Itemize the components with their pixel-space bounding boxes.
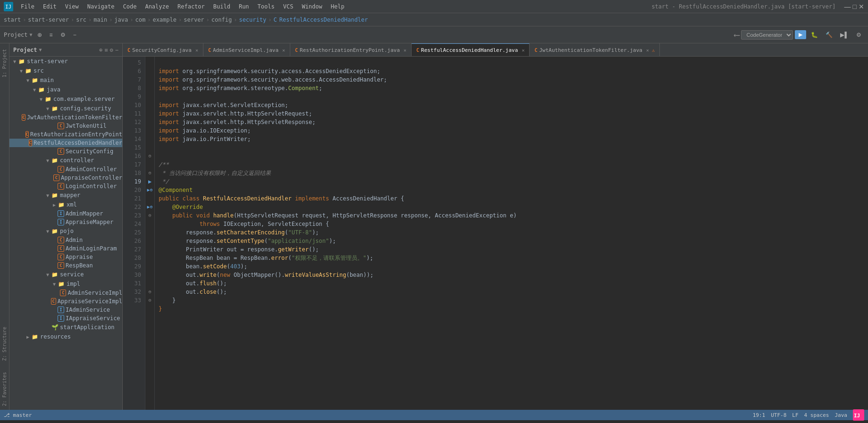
- tab-security-config[interactable]: C SecurityConfig.java ✕: [123, 43, 203, 57]
- tree-item-appraise-mapper[interactable]: ▶ I AppraiseMapper: [9, 218, 122, 226]
- hide-icon[interactable]: −: [115, 47, 118, 53]
- build-button[interactable]: 🔨: [823, 30, 835, 40]
- folder-icon: 📁: [51, 157, 59, 164]
- crumb-config[interactable]: config: [211, 17, 232, 23]
- tree-item-java[interactable]: ▼ 📁 java: [9, 85, 122, 94]
- debug-button[interactable]: 🐛: [808, 30, 821, 40]
- menu-help[interactable]: Help: [327, 2, 348, 11]
- tree-item-admin-login[interactable]: ▶ C AdminLoginParam: [9, 244, 122, 253]
- project-dropdown[interactable]: Project ▼: [4, 32, 33, 38]
- encoding[interactable]: UTF-8: [771, 412, 786, 418]
- menu-tools[interactable]: Tools: [254, 2, 278, 11]
- settings-icon[interactable]: ⚙: [110, 47, 113, 53]
- tree-item-login-ctrl[interactable]: ▶ C LoginController: [9, 182, 122, 191]
- tree-item-mapper[interactable]: ▼ 📁 mapper: [9, 191, 122, 200]
- tree-item-impl[interactable]: ▼ 📁 impl: [9, 279, 122, 289]
- menu-view[interactable]: View: [61, 2, 83, 11]
- file-type[interactable]: Java: [835, 412, 848, 418]
- class-icon: C: [58, 183, 64, 190]
- line-num: 9: [126, 92, 141, 101]
- tree-item-i-appraise-service[interactable]: ▶ I IAppraiseService: [9, 314, 122, 323]
- tab-close-btn[interactable]: ✕: [646, 48, 649, 53]
- tab-close-btn[interactable]: ✕: [282, 48, 285, 53]
- menu-navigate[interactable]: Navigate: [84, 2, 118, 11]
- tree-item-i-admin-service[interactable]: ▶ I IAdminService: [9, 306, 122, 314]
- collapse-btn[interactable]: ≡: [47, 30, 56, 40]
- tree-item-service[interactable]: ▼ 📁 service: [9, 270, 122, 279]
- search-everywhere-btn[interactable]: ⚙: [853, 30, 864, 40]
- tree-item-appraise[interactable]: ▶ C Appraise: [9, 253, 122, 261]
- tree-item-admin-ctrl[interactable]: ▶ C AdminController: [9, 165, 122, 174]
- tree-item-start-server[interactable]: ▼ 📁 start-server: [9, 57, 122, 66]
- crumb-java[interactable]: java: [114, 17, 128, 23]
- tree-item-appraise-ctrl[interactable]: ▶ C AppraiseController: [9, 174, 122, 182]
- code-editor[interactable]: 5 6 7 8 9 10 11 12 13 14 15 16 17 18 19 …: [123, 57, 868, 410]
- collapse-all-icon[interactable]: ≡: [104, 47, 108, 53]
- maximize-button[interactable]: □: [853, 3, 857, 10]
- tab-close-btn[interactable]: ✕: [195, 48, 198, 53]
- tree-item-controller[interactable]: ▼ 📁 controller: [9, 156, 122, 165]
- scope-btn[interactable]: ⊕: [34, 30, 45, 40]
- nav-back-icon[interactable]: ⟵: [734, 30, 740, 40]
- menu-window[interactable]: Window: [298, 2, 326, 11]
- more-actions-btn[interactable]: ▶▌: [837, 30, 851, 40]
- line-separator[interactable]: LF: [792, 412, 798, 418]
- tree-item-jwt-filter[interactable]: ▶ C JwtAuthenticationTokenFilter: [9, 113, 122, 122]
- tab-close-btn[interactable]: ✕: [522, 48, 524, 53]
- close-button[interactable]: ✕: [859, 3, 864, 10]
- tree-item-restful-handler[interactable]: ▶ C RestfulAccessDeniedHandler: [9, 139, 122, 147]
- run-button[interactable]: ▶: [795, 30, 806, 39]
- tree-item-jwt-util[interactable]: ▶ C JwtTokenUtil: [9, 122, 122, 130]
- menu-code[interactable]: Code: [119, 2, 141, 11]
- tab-jwt-filter[interactable]: C JwtAuthenticationTokenFilter.java ✕ ⚠: [530, 43, 660, 57]
- crumb-security[interactable]: security: [239, 17, 266, 23]
- menu-analyze[interactable]: Analyze: [141, 2, 173, 11]
- tree-item-admin-service-impl[interactable]: ▶ C AdminServiceImpl: [9, 289, 122, 297]
- crumb-class[interactable]: RestfulAccessDeniedHandler: [279, 17, 368, 23]
- tab-close-btn[interactable]: ✕: [404, 48, 406, 53]
- crumb-com[interactable]: com: [135, 17, 146, 23]
- scope-icon[interactable]: ⊕: [99, 47, 102, 53]
- tree-item-src[interactable]: ▼ 📁 src: [9, 66, 122, 75]
- codegen-select[interactable]: CodeGenerator: [741, 30, 793, 40]
- tree-item-appraise-service-impl[interactable]: ▶ C AppraiseServiceImpl: [9, 297, 122, 306]
- tree-item-resources[interactable]: ▶ 📁 resources: [9, 332, 122, 341]
- crumb-server[interactable]: server: [184, 17, 204, 23]
- crumb-start[interactable]: start: [4, 17, 21, 23]
- tree-item-config-security[interactable]: ▼ 📁 config.security: [9, 104, 122, 113]
- menu-refactor[interactable]: Refactor: [174, 2, 209, 11]
- tree-item-security-config[interactable]: ▶ C SecurityConfig: [9, 147, 122, 156]
- tree-item-com-example-server[interactable]: ▼ 📁 com.example.server: [9, 94, 122, 104]
- tab-restful-handler[interactable]: C RestfulAccessDeniedHandler.java ✕: [412, 43, 530, 57]
- menu-run[interactable]: Run: [235, 2, 253, 11]
- minimize-panel-btn[interactable]: −: [70, 30, 79, 40]
- menu-vcs[interactable]: VCS: [279, 2, 297, 11]
- structure-side-label[interactable]: Z: Structure: [1, 323, 8, 365]
- git-branch[interactable]: ⎇ master: [4, 412, 32, 418]
- tree-item-pojo[interactable]: ▼ 📁 pojo: [9, 226, 122, 236]
- project-side-label[interactable]: 1: Project: [1, 45, 8, 81]
- crumb-start-server[interactable]: start-server: [28, 17, 69, 23]
- favorites-side-label[interactable]: 2: Favorites: [1, 368, 8, 410]
- minimize-button[interactable]: —: [844, 3, 851, 10]
- crumb-main[interactable]: main: [93, 17, 107, 23]
- line-num: 32: [126, 288, 141, 296]
- crumb-src[interactable]: src: [76, 17, 86, 23]
- indent[interactable]: 4 spaces: [804, 412, 829, 418]
- crumb-example[interactable]: example: [152, 17, 177, 23]
- tree-item-resp-bean[interactable]: ▶ C RespBean: [9, 261, 122, 270]
- tree-item-start-app[interactable]: ▶ 🌱 startApplication: [9, 323, 122, 332]
- tab-admin-service-impl[interactable]: C AdminServiceImpl.java ✕: [203, 43, 290, 57]
- tree-item-rest-auth[interactable]: ▶ C RestAuthorizationEntryPoint: [9, 130, 122, 139]
- settings-btn[interactable]: ⚙: [58, 30, 68, 40]
- menu-build[interactable]: Build: [210, 2, 234, 11]
- code-content[interactable]: import org.springframework.security.acce…: [155, 57, 868, 410]
- tree-item-main[interactable]: ▼ 📁 main: [9, 75, 122, 85]
- tree-label: xml: [67, 201, 77, 208]
- tab-rest-auth-entry[interactable]: C RestAuthorizationEntryPoint.java ✕: [290, 43, 412, 57]
- tree-item-admin[interactable]: ▶ C Admin: [9, 236, 122, 244]
- tree-item-admin-mapper[interactable]: ▶ I AdminMapper: [9, 209, 122, 218]
- menu-edit[interactable]: Edit: [39, 2, 60, 11]
- menu-file[interactable]: File: [17, 2, 38, 11]
- tree-item-xml[interactable]: ▶ 📁 xml: [9, 200, 122, 209]
